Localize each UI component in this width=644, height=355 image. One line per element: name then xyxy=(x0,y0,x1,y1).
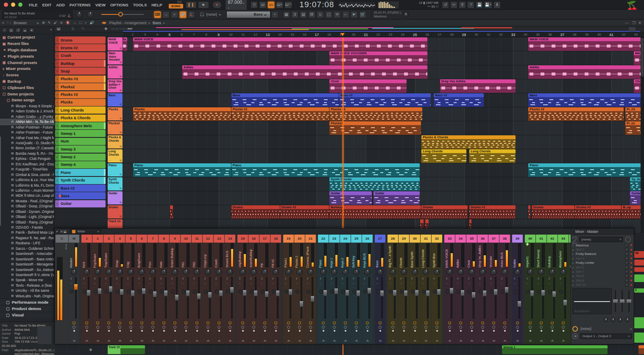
delete-icon[interactable]: ⊘ xyxy=(60,21,63,25)
pattern-item-hum[interactable]: ≡Hum xyxy=(55,138,106,145)
pan-knob[interactable] xyxy=(538,269,544,275)
channel-name[interactable]: Keys 2 xyxy=(340,258,344,268)
fx-preset-dropdown[interactable]: (none)▾ xyxy=(579,237,623,242)
mute-led[interactable] xyxy=(96,321,99,324)
fx-slot-slot-2[interactable]: ▸Slot 2 xyxy=(572,247,632,252)
browser-file[interactable]: ▤Olbaid - Light..(Original Mix) xyxy=(0,214,54,219)
mute-led[interactable] xyxy=(107,321,110,324)
mixer-channel-18[interactable]: 18Fill #2⇕⇔ xyxy=(270,235,281,344)
browser-cloud-icon[interactable]: ☁ xyxy=(22,28,28,33)
browser-list-icon[interactable]: ▤ xyxy=(8,28,14,33)
pattern-source-icon[interactable]: Ш xyxy=(57,27,60,31)
mixer-channel-20[interactable]: 20Plucks 2⇕⇔ xyxy=(294,235,305,344)
channel-name[interactable]: Coconu..tPluck xyxy=(306,246,309,268)
clip-drop-vox-adlibs[interactable]: Drop Vox Adlibs xyxy=(440,79,516,93)
eq-display[interactable]: Equalizer xyxy=(572,288,612,314)
stereo-knob[interactable] xyxy=(284,290,288,294)
link-icon[interactable]: 🔗 xyxy=(179,11,187,18)
pattern-item-plucks[interactable]: ≡Plucks xyxy=(55,99,106,106)
mixer-channel-10[interactable]: 10Fill1⇕⇔ xyxy=(181,235,191,344)
stereo-knob[interactable] xyxy=(548,290,552,294)
fx-led[interactable] xyxy=(298,326,301,329)
fx-led[interactable] xyxy=(72,326,75,329)
pan-knob[interactable] xyxy=(401,269,407,275)
channel-number[interactable]: 12 xyxy=(203,235,213,243)
fader-track[interactable] xyxy=(381,277,383,319)
channel-name[interactable]: Perc xyxy=(148,261,152,268)
pan-knob[interactable] xyxy=(150,269,156,275)
stereo-knob[interactable] xyxy=(330,290,334,294)
eq-knobs[interactable] xyxy=(572,314,632,325)
browser-file[interactable]: ▤Gimbal & Sina..utorial - RawFL xyxy=(0,172,54,177)
fader-track[interactable] xyxy=(416,277,418,319)
mute-led[interactable] xyxy=(355,321,358,324)
browser-file[interactable]: ▤Bombs Away ft..RA - I'm Awake xyxy=(0,151,54,156)
browser-file[interactable]: ▤AuraQualic - D..Studio Remix) xyxy=(0,140,54,145)
mixer-channel-36[interactable]: 36Drop Vo..Adlibs⇕⇔ xyxy=(477,235,488,344)
fx-led[interactable] xyxy=(402,326,405,329)
stereo-knob[interactable] xyxy=(204,290,208,294)
volume-fader[interactable] xyxy=(299,301,304,307)
slot-mix-knob[interactable] xyxy=(625,257,629,260)
mixer-channel-2[interactable]: 2PopSnare⇕⇔ xyxy=(92,235,103,344)
pan-knob[interactable] xyxy=(514,269,521,275)
fx-led[interactable] xyxy=(492,326,495,329)
browser-file[interactable]: ▤Eric Kauffman..ind - Exoplanet xyxy=(0,162,54,167)
channel-name[interactable]: Fill xyxy=(260,263,264,268)
fx-led[interactable] xyxy=(529,326,532,329)
mute-led[interactable] xyxy=(333,321,336,324)
collapse-browser-icon[interactable]: ▸ xyxy=(3,21,4,25)
channel-name[interactable]: BoigSnare xyxy=(137,253,141,268)
select-dot[interactable] xyxy=(493,330,495,332)
pat-song-toggle[interactable]: PAT SONG xyxy=(169,1,183,9)
mixer-current-strip[interactable]: C30 xyxy=(56,235,68,344)
browser-file[interactable]: ▤Olbaid - Rainy..(Original Mix) xyxy=(0,219,54,224)
fader-track[interactable] xyxy=(132,277,134,319)
fx-slot-slot-8[interactable]: ▸Slot 8 xyxy=(572,274,632,278)
stereo-knob[interactable] xyxy=(272,290,276,294)
track-mute-icon[interactable]: ⊙ xyxy=(120,89,122,92)
channel-number[interactable]: 17 xyxy=(259,235,270,243)
volume-fader[interactable] xyxy=(380,290,384,296)
fx-led[interactable] xyxy=(355,326,358,329)
magnet-icon[interactable]: ⋒ xyxy=(42,21,45,25)
fx-led[interactable] xyxy=(85,326,88,329)
metronome-icon[interactable]: ⏱ xyxy=(251,1,258,8)
clip-plucks-2[interactable]: Plucks #2 xyxy=(231,107,329,121)
menu-view[interactable]: VIEW xyxy=(95,3,106,7)
channel-number[interactable]: 4 xyxy=(114,235,125,243)
zoom-tool-icon[interactable]: ⌕ xyxy=(85,21,86,25)
volume-fader[interactable] xyxy=(334,288,338,294)
browser-file[interactable]: ▤OZIASO - Fausta xyxy=(0,225,54,230)
fx-slot-slot-9[interactable]: ▸Slot 9 xyxy=(572,278,632,282)
track-mute-icon[interactable]: ⊙ xyxy=(120,75,122,78)
pan-knob[interactable] xyxy=(95,269,101,275)
fader-track[interactable] xyxy=(154,277,156,319)
pan-knob[interactable] xyxy=(320,269,326,275)
channel-number[interactable]: 32 xyxy=(432,235,442,243)
mute-led[interactable] xyxy=(391,321,394,324)
select-dot[interactable] xyxy=(174,330,176,332)
volume-fader[interactable] xyxy=(186,290,190,296)
select-dot[interactable] xyxy=(460,330,462,332)
fader-track[interactable] xyxy=(301,277,302,319)
fx-led[interactable] xyxy=(413,326,416,329)
clip-fragment[interactable]: 2 xyxy=(634,288,644,293)
select-dot[interactable] xyxy=(108,330,110,332)
pan-knob[interactable] xyxy=(412,269,418,275)
pattern-item-atmosphere-melo[interactable]: ≡Atmosphere Melo xyxy=(55,122,106,129)
add-track-icon[interactable]: ✚ xyxy=(104,27,108,31)
step-edit-icon[interactable]: → xyxy=(162,11,170,18)
mixer-channel-8[interactable]: 8Hats⇕⇔ xyxy=(159,235,169,344)
clip-piano[interactable]: Piano xyxy=(231,163,420,177)
mute-led[interactable] xyxy=(448,321,451,324)
channel-number[interactable]: 24 xyxy=(340,235,351,243)
mute-led[interactable] xyxy=(241,321,244,324)
volume-fader[interactable] xyxy=(437,289,441,295)
fx-slot-slot-4[interactable]: ▸Slot 4 xyxy=(572,256,632,260)
fx-led[interactable] xyxy=(516,326,519,329)
fx-led[interactable] xyxy=(173,326,176,329)
select-dot[interactable] xyxy=(425,330,427,332)
channel-number[interactable]: 30 xyxy=(410,235,420,243)
pan-knob[interactable] xyxy=(161,269,167,275)
